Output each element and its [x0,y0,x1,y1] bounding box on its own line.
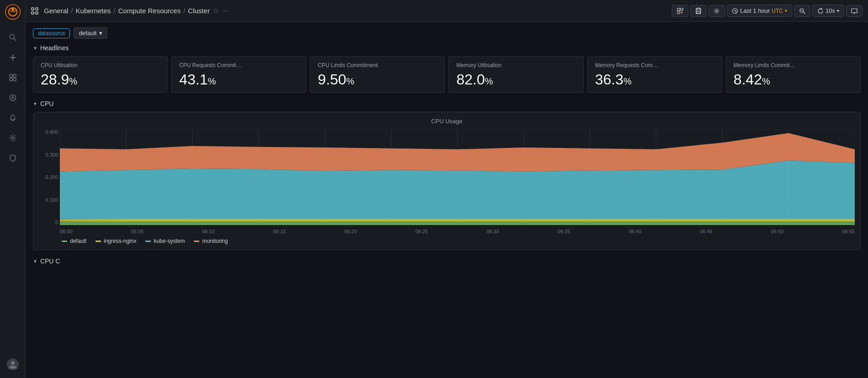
svg-point-12 [11,137,14,139]
legend-monitoring[interactable]: monitoring [194,238,228,244]
topbar: General / Kubernetes / Compute Resources… [26,0,868,22]
svg-rect-16 [36,8,38,10]
default-select[interactable]: default ▾ [74,27,107,39]
zoom-out-button[interactable] [794,5,810,17]
svg-rect-26 [697,11,700,13]
save-button[interactable] [690,5,707,17]
chart-svg [60,129,855,225]
time-range-button[interactable]: Last 1 hour UTC ▾ [727,5,792,17]
svg-rect-17 [32,12,34,14]
y-axis: 0.400 0.300 0.200 0.100 0 [39,129,60,225]
svg-line-3 [14,39,16,41]
metric-card-2[interactable]: CPU Limits Commitment 9.50% [310,56,445,93]
metric-title-2: CPU Limits Commitment [318,62,437,68]
metric-value-0: 28.9% [41,72,160,87]
y-label-0100: 0.100 [45,197,58,203]
refresh-rate-label: 10s [825,7,835,14]
breadcrumb-kubernetes[interactable]: Kubernetes [76,7,111,15]
svg-rect-20 [681,8,683,10]
legend-kube-system[interactable]: kube-system [145,238,185,244]
datasource-badge[interactable]: datasource [33,28,70,38]
metric-title-5: Memory Limits Commit… [734,62,853,68]
svg-rect-15 [32,8,34,10]
cpu-c-header[interactable]: ▼ CPU C [33,257,861,265]
main-content: General / Kubernetes / Compute Resources… [26,0,868,378]
sidebar-item-add[interactable] [4,48,22,67]
breadcrumb-general[interactable]: General [44,7,68,15]
svg-line-30 [735,11,736,12]
x-axis: 06:00 06:05 06:10 06:15 06:20 06:25 06:3… [60,229,855,234]
sidebar-item-settings[interactable] [4,129,22,147]
metric-title-4: Memory Requests Com… [595,62,714,68]
y-label-0300: 0.300 [45,152,58,158]
x-label-0640: 06:40 [629,229,642,234]
metric-card-3[interactable]: Memory Utilisation 82.0% [448,56,583,93]
grafana-logo[interactable] [5,4,21,20]
sidebar-item-search[interactable] [4,28,22,47]
refresh-rate-button[interactable]: 10s ▾ [812,5,844,17]
y-label-0: 0 [55,220,58,225]
breadcrumb-cluster[interactable]: Cluster [188,7,210,15]
sidebar-item-shield[interactable] [4,149,22,167]
metric-card-1[interactable]: CPU Requests Commit… 43.1% [171,56,306,93]
cpu-usage-chart: CPU Usage 0.400 0.300 0.200 0.100 0 [33,112,861,250]
chart-legend: default ingress-nginx kube-system monito… [39,234,855,244]
share-icon[interactable]: ⋯ [222,7,228,15]
svg-point-11 [12,97,14,99]
sidebar-item-explore[interactable] [4,89,22,107]
x-label-0615: 06:15 [273,229,286,234]
svg-rect-35 [852,9,857,13]
svg-point-27 [716,10,718,12]
svg-point-14 [11,361,15,365]
svg-rect-7 [13,74,16,77]
x-label-0655: 06:55 [842,229,855,234]
x-label-0610: 06:10 [202,229,215,234]
svg-point-10 [10,95,16,101]
chart-title: CPU Usage [39,118,855,125]
dashboard-icon [31,7,38,15]
cpu-section: ▼ CPU CPU Usage 0.400 0.300 0.200 0.100 … [33,100,861,250]
sidebar [0,0,26,378]
metric-value-2: 9.50% [318,72,437,87]
metric-title-0: CPU Utilisation [41,62,160,68]
x-label-0630: 06:30 [486,229,499,234]
breadcrumb-compute[interactable]: Compute Resources [118,7,181,15]
x-label-0600: 06:00 [60,229,73,234]
legend-dot-default [62,241,67,242]
legend-ingress-nginx[interactable]: ingress-nginx [96,238,136,244]
timezone-arrow: ▾ [785,8,787,13]
y-label-0400: 0.400 [45,129,58,135]
metric-card-0[interactable]: CPU Utilisation 28.9% [33,56,168,93]
legend-default[interactable]: default [62,238,86,244]
timezone-label: UTC [772,8,783,14]
legend-dot-monitoring [194,241,199,242]
headlines-section: ▼ Headlines CPU Utilisation 28.9% CPU Re… [33,44,861,93]
metric-value-4: 36.3% [595,72,714,87]
legend-label-monitoring: monitoring [202,238,228,244]
metric-card-4[interactable]: Memory Requests Com… 36.3% [587,56,722,93]
cpu-c-chevron: ▼ [33,259,37,264]
breadcrumb-sep-3: / [183,7,185,15]
y-label-0200: 0.200 [45,174,58,180]
sidebar-item-dashboards[interactable] [4,68,22,87]
cpu-c-section: ▼ CPU C [33,257,861,265]
cpu-header[interactable]: ▼ CPU [33,100,861,107]
metric-card-5[interactable]: Memory Limits Commit… 8.42% [726,56,861,93]
legend-label-ingress-nginx: ingress-nginx [104,238,136,244]
time-range-label: Last 1 hour [740,7,770,14]
headlines-title: Headlines [40,44,69,52]
x-label-0650: 06:50 [771,229,784,234]
svg-rect-8 [10,78,12,81]
legend-dot-kube-system [145,241,151,242]
sidebar-item-user[interactable] [4,355,22,373]
legend-label-kube-system: kube-system [154,238,185,244]
display-button[interactable] [846,5,863,17]
headlines-header[interactable]: ▼ Headlines [33,44,861,52]
cpu-c-title: CPU C [40,257,60,265]
settings-button[interactable] [708,5,725,17]
x-label-0605: 06:05 [131,229,144,234]
sidebar-item-alerting[interactable] [4,109,22,127]
metric-value-1: 43.1% [179,72,298,87]
favorite-icon[interactable]: ☆ [213,6,219,15]
add-panel-button[interactable] [672,5,688,17]
